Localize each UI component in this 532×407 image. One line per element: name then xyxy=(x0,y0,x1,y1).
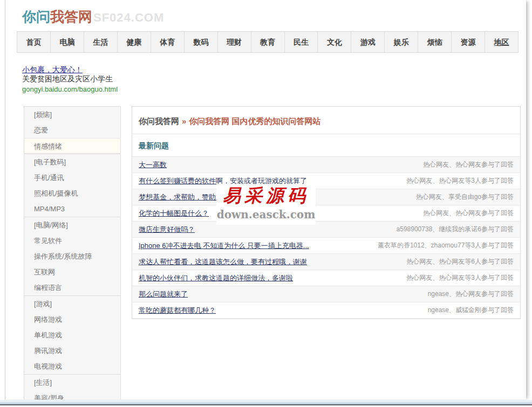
question-answerers: 热心网友、热心网友等3人参与了回答 xyxy=(406,273,514,282)
nav-item-livelihood[interactable]: 民生 xyxy=(285,32,318,52)
nav-item-education[interactable]: 教育 xyxy=(251,32,285,52)
question-row: Iphone 6冲不进去电 不知道为什么 只要一插上充电器... 薰衣草的香10… xyxy=(132,238,520,254)
question-answerers: 薰衣草的香1012、zhaomou77等3人参与了回答 xyxy=(378,241,514,250)
question-link[interactable]: 梦想基金，求帮助，赞助2 xyxy=(139,192,220,202)
sidebar-item-love[interactable]: 恋爱 xyxy=(24,122,120,138)
ad-block: 小包裹，大爱心！ 关爱贫困地区及灾区小学生 gongyi.baidu.com/b… xyxy=(22,65,526,94)
question-link[interactable]: 化学的十幅图是什么？ xyxy=(139,209,209,218)
sidebar-group-digital: [电子数码] 手机/通讯 照相机/摄像机 MP4/MP3 xyxy=(24,154,120,217)
nav-item-games[interactable]: 游戏 xyxy=(351,32,385,52)
nav-item-resources[interactable]: 资源 xyxy=(452,32,485,52)
question-link[interactable]: 机智的小伙伴们，求教这道题的详细做法，多谢啦 xyxy=(139,273,293,283)
question-answerers: 热心网友、享受自由go参与了回答 xyxy=(416,192,514,202)
ad-headline-link[interactable]: 小包裹，大爱心！ xyxy=(22,65,83,74)
question-row: 常吃的蘑菇都有哪几种？ ngease、威猛金刚参与了回答 xyxy=(132,302,520,319)
sidebar-group-life: [生活] 美容/塑身 xyxy=(24,374,120,399)
breadcrumb-page-title: 你问我答网 国内优秀的知识问答网站 xyxy=(189,116,320,126)
sidebar-item-tv-games[interactable]: 电视游戏 xyxy=(24,358,120,374)
question-row: 梦想基金，求帮助，赞助2 热心网友、享受自由go参与了回答 xyxy=(132,189,520,205)
sidebar-item-beauty[interactable]: 美容/塑身 xyxy=(24,390,120,399)
nav-item-entertainment[interactable]: 娱乐 xyxy=(385,32,418,52)
watermark-title: 易采源码 xyxy=(216,184,316,208)
question-answerers: ngease、威猛金刚参与了回答 xyxy=(428,306,514,315)
nav-item-life[interactable]: 生活 xyxy=(84,32,118,52)
breadcrumb-site-link[interactable]: 你问我答网 xyxy=(139,116,179,126)
logo-domain-watermark: SF024.COM xyxy=(93,11,164,24)
nav-item-home[interactable]: 首页 xyxy=(17,32,51,52)
sidebar-item-os-faults[interactable]: 操作系统/系统故障 xyxy=(24,249,120,264)
sidebar-item-online-games[interactable]: 网络游戏 xyxy=(24,312,120,327)
sidebar-item-common-software[interactable]: 常见软件 xyxy=(24,233,120,249)
sidebar-category-worries[interactable]: [烦恼] xyxy=(24,107,120,122)
question-row: 求达人帮忙看看，这道题该怎么做，要有过程哦，谢谢 热心网友、热心网友等6人参与了… xyxy=(132,254,520,270)
question-row: 机智的小伙伴们，求教这道题的详细做法，多谢啦 热心网友、热心网友等3人参与了回答 xyxy=(132,270,520,286)
sidebar-item-mobile[interactable]: 手机/通讯 xyxy=(24,170,120,185)
question-link[interactable]: 大一高数 xyxy=(139,160,167,170)
sidebar-item-emotions[interactable]: 情感情绪 xyxy=(24,138,120,154)
sidebar-group-worries: [烦恼] 恋爱 情感情绪 xyxy=(24,107,120,154)
ad-display-url: gongyi.baidu.com/baoguo.html xyxy=(22,85,526,94)
nav-item-worries[interactable]: 烦恼 xyxy=(418,32,452,52)
question-link[interactable]: 那么问题就来了 xyxy=(139,289,188,299)
question-answerers: a598900738、继续我的承诺6参与了回答 xyxy=(397,225,514,234)
question-link[interactable]: 微店生意好做吗？ xyxy=(139,225,195,234)
breadcrumb-separator: » xyxy=(182,116,186,126)
watermark-domain: down.easck.com xyxy=(216,208,316,222)
question-row: 大一高数 热心网友、热心网友参与了回答 xyxy=(132,157,520,173)
sidebar-group-computer-network: [电脑/网络] 常见软件 操作系统/系统故障 互联网 编程语言 xyxy=(24,217,120,295)
question-list: 大一高数 热心网友、热心网友参与了回答 有什么签到赚话费的软件啊，安装或者玩游戏… xyxy=(132,156,520,319)
question-answerers: 热心网友、热心网友参与了回答 xyxy=(423,160,514,169)
question-row: 那么问题就来了 ngease、热心网友参与了回答 xyxy=(132,286,520,302)
main-panel: 你问我答网»你问我答网 国内优秀的知识问答网站 最新问题 大一高数 热心网友、热… xyxy=(132,106,521,319)
sidebar-item-mp4-mp3[interactable]: MP4/MP3 xyxy=(24,201,120,217)
question-row: 有什么签到赚话费的软件啊，安装或者玩游戏的就算了 热心网友、热心网友等3人参与了… xyxy=(132,173,520,189)
breadcrumb: 你问我答网»你问我答网 国内优秀的知识问答网站 xyxy=(132,107,520,134)
question-answerers: 热心网友、热心网友等3人参与了回答 xyxy=(406,176,514,185)
nav-item-computer[interactable]: 电脑 xyxy=(51,32,84,52)
site-logo[interactable]: 你问我答网SF024.COM xyxy=(5,0,526,26)
question-link[interactable]: 常吃的蘑菇都有哪几种？ xyxy=(139,306,216,315)
question-row: 微店生意好做吗？ a598900738、继续我的承诺6参与了回答 xyxy=(132,222,520,238)
ad-subline: 关爱贫困地区及灾区小学生 xyxy=(22,74,526,84)
question-answerers: 热心网友、热心网友参与了回答 xyxy=(423,209,514,218)
nav-item-digital[interactable]: 数码 xyxy=(185,32,218,52)
nav-item-sports[interactable]: 体育 xyxy=(151,32,185,52)
question-answerers: 热心网友、热心网友等6人参与了回答 xyxy=(406,257,514,266)
sidebar-category-list: [烦恼] 恋爱 情感情绪 [电子数码] 手机/通讯 照相机/摄像机 MP4/MP… xyxy=(24,106,121,399)
sidebar-category-digital[interactable]: [电子数码] xyxy=(24,154,120,170)
question-row: 化学的十幅图是什么？ 热心网友、热心网友参与了回答 xyxy=(132,205,520,222)
question-link[interactable]: Iphone 6冲不进去电 不知道为什么 只要一插上充电器... xyxy=(139,241,309,251)
logo-text-part1: 你问 xyxy=(22,9,50,25)
sidebar-category-computer-network[interactable]: [电脑/网络] xyxy=(24,217,120,233)
watermark-overlay: 易采源码 down.easck.com xyxy=(216,184,316,225)
sidebar-item-camera[interactable]: 照相机/摄像机 xyxy=(24,185,120,201)
page-container: 你问我答网SF024.COM 首页 电脑 生活 健康 体育 数码 理财 教育 民… xyxy=(5,0,526,399)
section-title-latest-questions: 最新问题 xyxy=(132,134,520,156)
content-columns: [烦恼] 恋爱 情感情绪 [电子数码] 手机/通讯 照相机/摄像机 MP4/MP… xyxy=(24,106,521,399)
sidebar-item-programming[interactable]: 编程语言 xyxy=(24,280,120,295)
sidebar-item-pc-games[interactable]: 单机游戏 xyxy=(24,327,120,343)
question-link[interactable]: 求达人帮忙看看，这道题该怎么做，要有过程哦，谢谢 xyxy=(139,257,307,267)
nav-item-region[interactable]: 地区 xyxy=(485,32,518,52)
sidebar-group-games: [游戏] 网络游戏 单机游戏 腾讯游戏 电视游戏 xyxy=(24,295,120,374)
nav-item-finance[interactable]: 理财 xyxy=(218,32,251,52)
nav-item-health[interactable]: 健康 xyxy=(118,32,151,52)
question-answerers: ngease、热心网友参与了回答 xyxy=(428,289,514,299)
sidebar-category-games[interactable]: [游戏] xyxy=(24,296,120,312)
nav-item-culture[interactable]: 文化 xyxy=(318,32,351,52)
sidebar-item-internet[interactable]: 互联网 xyxy=(24,264,120,280)
sidebar-item-tencent-games[interactable]: 腾讯游戏 xyxy=(24,343,120,358)
sidebar-category-life[interactable]: [生活] xyxy=(24,375,120,390)
logo-text-part2: 我答网 xyxy=(50,9,92,25)
main-nav: 首页 电脑 生活 健康 体育 数码 理财 教育 民生 文化 游戏 娱乐 烦恼 资… xyxy=(17,31,519,53)
window-bottom-edge xyxy=(0,400,532,405)
